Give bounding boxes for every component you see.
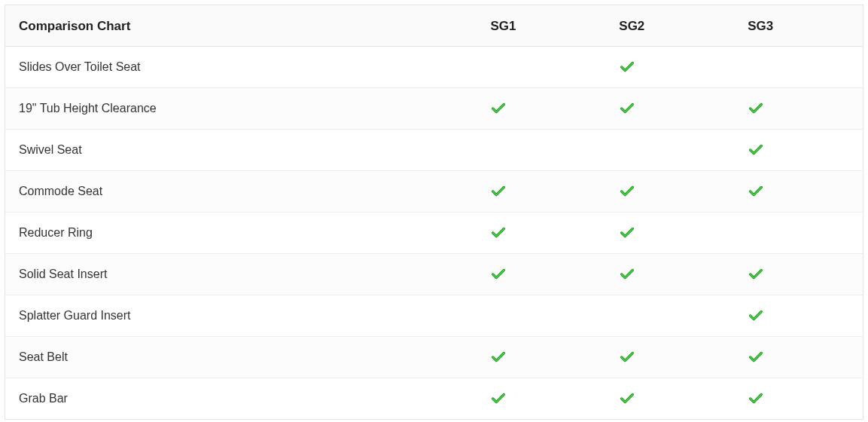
table-row: Reducer Ring [5, 213, 863, 254]
feature-cell [477, 213, 605, 254]
feature-cell [477, 130, 605, 171]
check-icon [490, 266, 507, 283]
feature-cell [605, 337, 734, 378]
feature-cell [734, 337, 863, 378]
feature-cell [734, 254, 863, 295]
feature-cell [734, 130, 863, 171]
table-row: Slides Over Toilet Seat [5, 47, 863, 88]
feature-cell [605, 171, 734, 213]
feature-cell [477, 378, 605, 420]
check-icon [619, 183, 635, 200]
feature-cell [477, 337, 605, 378]
table-row: Splatter Guard Insert [5, 295, 863, 337]
table-row: Solid Seat Insert [5, 254, 863, 295]
comparison-table: Comparison Chart SG1 SG2 SG3 Slides Over… [5, 5, 863, 419]
feature-cell [734, 47, 863, 88]
feature-cell [605, 88, 734, 130]
feature-cell [605, 47, 734, 88]
table-row: Grab Bar [5, 378, 863, 420]
table-header-row: Comparison Chart SG1 SG2 SG3 [5, 5, 863, 47]
feature-cell [605, 254, 734, 295]
feature-label: Seat Belt [5, 337, 477, 378]
check-icon [619, 390, 635, 407]
header-title: Comparison Chart [5, 5, 477, 47]
feature-label: Reducer Ring [5, 213, 477, 254]
check-icon [619, 266, 635, 283]
feature-cell [477, 47, 605, 88]
check-icon [490, 225, 507, 241]
check-icon [748, 390, 764, 407]
table-row: Seat Belt [5, 337, 863, 378]
check-icon [748, 100, 764, 117]
check-icon [748, 266, 764, 283]
feature-cell [477, 295, 605, 337]
feature-cell [477, 88, 605, 130]
feature-label: Solid Seat Insert [5, 254, 477, 295]
table-row: Commode Seat [5, 171, 863, 213]
feature-cell [605, 130, 734, 171]
feature-cell [477, 254, 605, 295]
feature-label: Commode Seat [5, 171, 477, 213]
check-icon [619, 59, 635, 75]
feature-cell [605, 213, 734, 254]
check-icon [748, 349, 764, 365]
feature-label: Splatter Guard Insert [5, 295, 477, 337]
check-icon [490, 100, 507, 117]
header-col-sg1: SG1 [477, 5, 605, 47]
check-icon [490, 349, 507, 365]
check-icon [748, 142, 764, 158]
feature-label: Swivel Seat [5, 130, 477, 171]
feature-cell [477, 171, 605, 213]
feature-cell [605, 295, 734, 337]
check-icon [619, 225, 635, 241]
header-col-sg3: SG3 [734, 5, 863, 47]
feature-cell [734, 88, 863, 130]
feature-cell [734, 213, 863, 254]
check-icon [748, 183, 764, 200]
check-icon [490, 183, 507, 200]
feature-cell [734, 295, 863, 337]
feature-label: 19" Tub Height Clearance [5, 88, 477, 130]
header-col-sg2: SG2 [605, 5, 734, 47]
check-icon [748, 307, 764, 324]
feature-cell [605, 378, 734, 420]
check-icon [490, 390, 507, 407]
check-icon [619, 100, 635, 117]
check-icon [619, 349, 635, 365]
feature-label: Slides Over Toilet Seat [5, 47, 477, 88]
table-row: 19" Tub Height Clearance [5, 88, 863, 130]
comparison-panel: Comparison Chart SG1 SG2 SG3 Slides Over… [5, 5, 863, 420]
feature-cell [734, 171, 863, 213]
table-row: Swivel Seat [5, 130, 863, 171]
feature-cell [734, 378, 863, 420]
feature-label: Grab Bar [5, 378, 477, 420]
